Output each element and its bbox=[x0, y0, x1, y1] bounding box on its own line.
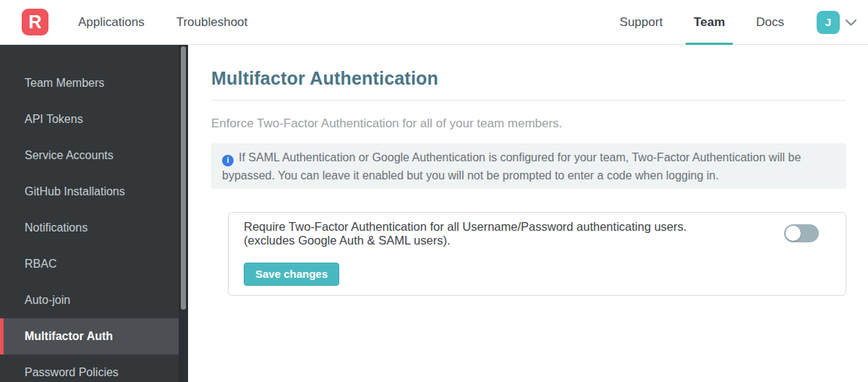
two-factor-toggle[interactable] bbox=[784, 224, 819, 242]
info-alert-text: If SAML Authentication or Google Authent… bbox=[222, 151, 801, 182]
nav-item-docs[interactable]: Docs bbox=[756, 0, 784, 45]
main-content: Multifactor Authentication Enforce Two-F… bbox=[188, 45, 868, 382]
title-divider bbox=[211, 100, 846, 101]
sidebar-item-password-policies[interactable]: Password Policies bbox=[0, 355, 179, 382]
toggle-knob bbox=[786, 226, 801, 241]
page-subtitle: Enforce Two-Factor Authentication for al… bbox=[211, 116, 846, 131]
top-navbar: R Applications Troubleshoot Support Team… bbox=[0, 0, 868, 45]
info-alert: iIf SAML Authentication or Google Authen… bbox=[211, 143, 846, 189]
chevron-down-icon[interactable] bbox=[845, 19, 857, 27]
sidebar-item-api-tokens[interactable]: API Tokens bbox=[0, 101, 179, 137]
setting-description-line2: (excludes Google Auth & SAML users). bbox=[244, 234, 744, 247]
setting-description-line1: Require Two-Factor Authentication for al… bbox=[244, 220, 744, 234]
nav-item-team[interactable]: Team bbox=[694, 0, 725, 45]
settings-sidebar: Team Members API Tokens Service Accounts… bbox=[0, 45, 188, 382]
sidebar-item-rbac[interactable]: RBAC bbox=[0, 246, 179, 282]
sidebar-menu: Team Members API Tokens Service Accounts… bbox=[0, 45, 188, 382]
user-avatar[interactable]: J bbox=[817, 11, 840, 34]
nav-item-support[interactable]: Support bbox=[620, 0, 663, 45]
primary-nav: Applications Troubleshoot bbox=[78, 0, 279, 44]
save-changes-button[interactable]: Save changes bbox=[244, 263, 339, 286]
sidebar-item-notifications[interactable]: Notifications bbox=[0, 210, 179, 246]
info-icon: i bbox=[222, 155, 234, 166]
rollbar-logo-icon[interactable]: R bbox=[22, 9, 48, 35]
sidebar-scrollbar-thumb[interactable] bbox=[181, 46, 186, 310]
sidebar-item-github-installations[interactable]: GitHub Installations bbox=[0, 174, 179, 210]
sidebar-item-service-accounts[interactable]: Service Accounts bbox=[0, 137, 179, 174]
nav-item-applications[interactable]: Applications bbox=[78, 0, 145, 45]
sidebar-item-multifactor-auth[interactable]: Multifactor Auth bbox=[0, 318, 179, 355]
secondary-nav: Support Team Docs J bbox=[589, 0, 868, 44]
nav-item-troubleshoot[interactable]: Troubleshoot bbox=[176, 0, 248, 45]
sidebar-item-team-members[interactable]: Team Members bbox=[0, 65, 179, 101]
page-title: Multifactor Authentication bbox=[211, 68, 846, 89]
two-factor-setting-card: Require Two-Factor Authentication for al… bbox=[228, 212, 846, 296]
sidebar-item-auto-join[interactable]: Auto-join bbox=[0, 282, 179, 318]
setting-description: Require Two-Factor Authentication for al… bbox=[244, 220, 830, 247]
